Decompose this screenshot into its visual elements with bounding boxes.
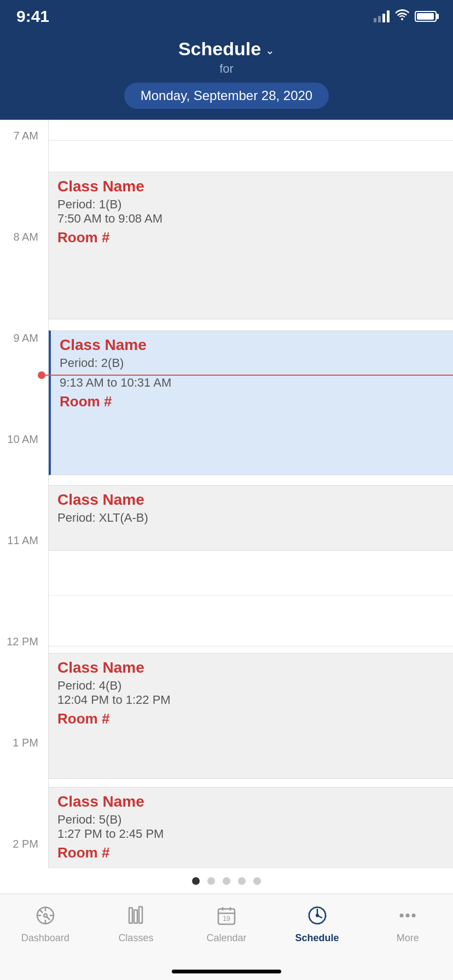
svg-rect-8 [129,908,132,923]
time-label-12pm: 12 PM [0,635,44,648]
schedule-icon [304,902,331,929]
home-indicator [172,970,281,973]
schedule-body: 7 AM 8 AM 9 AM 10 AM 11 AM 12 PM 1 PM 2 … [0,120,453,929]
class-time-4: 12:04 PM to 1:22 PM [57,693,444,707]
hour-line-12 [49,646,453,646]
header-subtitle: for [11,62,442,76]
class-name-1: Class Name [57,178,444,195]
class-block-4[interactable]: Class Name Period: 4(B) 12:04 PM to 1:22… [49,653,453,779]
page-dots [0,868,453,894]
svg-point-23 [412,914,416,918]
page-dot-3[interactable] [223,877,230,885]
tab-dashboard[interactable]: Dashboard [0,902,91,944]
calendar-icon: 19 [213,902,240,929]
tab-classes[interactable]: Classes [91,902,182,944]
class-block-3[interactable]: Class Name Period: XLT(A-B) [49,485,453,551]
current-time-indicator [45,375,453,376]
tab-more[interactable]: More [362,902,453,944]
events-column: Class Name Period: 1(B) 7:50 AM to 9:08 … [48,120,453,929]
tab-bar: Dashboard Classes 19 Calendar [0,894,453,980]
current-time-dot [38,371,45,379]
tab-schedule[interactable]: Schedule [272,902,363,944]
class-block-1[interactable]: Class Name Period: 1(B) 7:50 AM to 9:08 … [49,172,453,319]
time-label-10am: 10 AM [0,433,44,446]
svg-point-21 [400,914,404,918]
tab-classes-label: Classes [118,932,153,944]
tab-schedule-label: Schedule [295,932,339,944]
page-dot-4[interactable] [238,877,246,885]
page-dot-1[interactable] [192,877,200,885]
dashboard-icon [32,902,59,929]
time-label-7am: 7 AM [0,130,44,142]
time-label-2pm: 2 PM [0,838,44,850]
header: Schedule ⌄ for Monday, September 28, 202… [0,33,453,120]
hour-line-7 [49,140,453,141]
page-dot-2[interactable] [207,877,215,885]
class-name-5: Class Name [57,793,444,810]
class-time-2: 9:13 AM to 10:31 AM [60,376,444,390]
half-line-1130 [49,595,453,596]
class-room-1: Room # [57,229,444,246]
chevron-down-icon[interactable]: ⌄ [265,44,275,57]
class-room-2: Room # [60,393,444,410]
class-period-5: Period: 5(B) [57,813,444,827]
status-time: 9:41 [16,7,49,26]
svg-point-22 [406,914,410,918]
class-room-4: Room # [57,710,444,727]
tab-more-label: More [397,932,419,944]
class-block-2[interactable]: Class Name Period: 2(B) 9:13 AM to 10:31… [49,330,453,475]
svg-line-6 [40,910,43,913]
class-name-4: Class Name [57,659,444,676]
tab-calendar-label: Calendar [206,932,246,944]
status-bar: 9:41 [0,0,453,33]
class-name-3: Class Name [57,491,444,509]
svg-rect-9 [134,910,137,923]
class-period-1: Period: 1(B) [57,197,444,212]
time-label-11am: 11 AM [0,534,44,547]
header-title: Schedule [178,38,261,60]
class-name-2: Class Name [60,336,444,354]
page-dot-5[interactable] [253,877,261,885]
status-icons [374,9,437,24]
date-badge[interactable]: Monday, September 28, 2020 [124,83,329,109]
battery-icon [415,11,437,22]
more-icon [394,902,421,929]
svg-line-7 [47,917,50,920]
time-label-8am: 8 AM [0,231,44,243]
class-time-5: 1:27 PM to 2:45 PM [57,827,444,841]
wifi-icon [395,9,409,24]
classes-icon [122,902,149,929]
tab-calendar[interactable]: 19 Calendar [181,902,272,944]
class-period-3: Period: XLT(A-B) [57,511,444,525]
time-column: 7 AM 8 AM 9 AM 10 AM 11 AM 12 PM 1 PM 2 … [0,120,48,929]
tab-dashboard-label: Dashboard [21,932,69,944]
time-label-9am: 9 AM [0,332,44,345]
class-time-1: 7:50 AM to 9:08 AM [57,212,444,226]
svg-text:19: 19 [223,915,230,923]
svg-rect-10 [139,907,142,923]
signal-icon [374,10,390,22]
time-label-1pm: 1 PM [0,737,44,749]
class-period-2: Period: 2(B) [60,356,444,370]
class-period-4: Period: 4(B) [57,679,444,693]
class-room-5: Room # [57,844,444,861]
